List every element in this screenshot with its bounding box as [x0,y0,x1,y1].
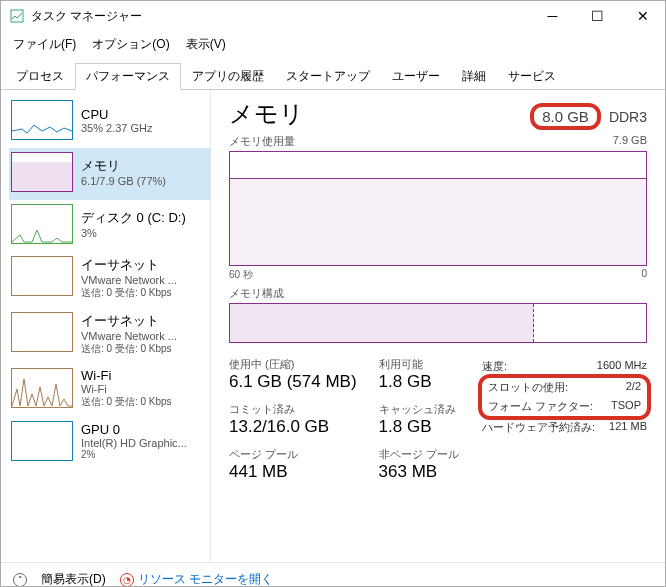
sidebar-item-label: イーサネット [81,256,177,274]
menu-options[interactable]: オプション(O) [84,33,177,56]
memory-total-highlight: 8.0 GB [530,103,601,130]
sidebar-item-sub2: 送信: 0 受信: 0 Kbps [81,395,172,409]
sidebar-item-sub: 3% [81,227,186,239]
sidebar-item-memory[interactable]: メモリ6.1/7.9 GB (77%) [9,148,210,200]
sidebar-item-ethernet-1[interactable]: イーサネットVMware Network ...送信: 0 受信: 0 Kbps [9,252,210,308]
net-thumb-icon [11,256,73,296]
axis-right: 0 [641,268,647,282]
stat-label: 使用中 (圧縮) [229,357,357,372]
memory-usage-graph[interactable] [229,151,647,266]
stat-value: 1600 MHz [597,359,647,374]
page-title: メモリ [229,98,304,130]
taskmgr-icon [9,8,25,24]
sidebar-item-wifi[interactable]: Wi-FiWi-Fi送信: 0 受信: 0 Kbps [9,364,210,417]
sidebar-item-label: GPU 0 [81,422,187,437]
stat-value: 13.2/16.0 GB [229,417,357,437]
stat-label: 利用可能 [379,357,459,372]
stat-value: 1.8 GB [379,417,459,437]
net-thumb-icon [11,312,73,352]
stat-value: TSOP [611,399,641,414]
menu-view[interactable]: 表示(V) [178,33,234,56]
tab-details[interactable]: 詳細 [451,63,497,90]
stat-value: 2/2 [626,380,641,395]
tab-users[interactable]: ユーザー [381,63,451,90]
chevron-up-icon[interactable]: ˄ [13,573,27,587]
sidebar-item-sub: VMware Network ... [81,330,177,342]
menubar: ファイル(F) オプション(O) 表示(V) [1,31,665,58]
tabs: プロセス パフォーマンス アプリの履歴 スタートアップ ユーザー 詳細 サービス [1,58,665,90]
gpu-thumb-icon [11,421,73,461]
tab-app-history[interactable]: アプリの履歴 [181,63,275,90]
footer: ˄ 簡易表示(D) ◔ リソース モニターを開く [1,562,665,587]
sidebar-item-label: ディスク 0 (C: D:) [81,209,186,227]
stat-label: キャッシュ済み [379,402,459,417]
stat-label: コミット済み [229,402,357,417]
memory-composition-graph[interactable] [229,303,647,343]
stat-value: 121 MB [609,420,647,435]
sidebar-item-sub: Wi-Fi [81,383,172,395]
sidebar-item-cpu[interactable]: CPU35% 2.37 GHz [9,96,210,148]
tab-processes[interactable]: プロセス [5,63,75,90]
sidebar-item-sub: 6.1/7.9 GB (77%) [81,175,166,187]
stat-value: 1.8 GB [379,372,459,392]
simple-view-button[interactable]: 簡易表示(D) [41,571,106,587]
sidebar-item-label: イーサネット [81,312,177,330]
sidebar-item-sub: Intel(R) HD Graphic... [81,437,187,449]
maximize-button[interactable]: ☐ [575,1,620,31]
composition-label: メモリ構成 [229,286,284,301]
wifi-thumb-icon [11,368,73,408]
window-title: タスク マネージャー [31,8,530,25]
sidebar-item-sub2: 2% [81,449,187,460]
stat-label: フォーム ファクター: [488,399,593,414]
sidebar-item-sub: 35% 2.37 GHz [81,122,153,134]
sidebar-item-disk[interactable]: ディスク 0 (C: D:)3% [9,200,210,252]
sidebar-item-ethernet-2[interactable]: イーサネットVMware Network ...送信: 0 受信: 0 Kbps [9,308,210,364]
sidebar-item-label: CPU [81,107,153,122]
sidebar-item-label: メモリ [81,157,166,175]
resmon-label: リソース モニターを開く [138,571,273,587]
tab-performance[interactable]: パフォーマンス [75,63,181,90]
tab-startup[interactable]: スタートアップ [275,63,381,90]
memory-thumb-icon [11,152,73,192]
sidebar-item-sub: VMware Network ... [81,274,177,286]
stat-value: 6.1 GB (574 MB) [229,372,357,392]
titlebar: タスク マネージャー ─ ☐ ✕ [1,1,665,31]
usage-graph-label: メモリ使用量 [229,134,295,149]
stat-label: 非ページ プール [379,447,459,462]
usage-graph-max: 7.9 GB [613,134,647,149]
slots-highlight: スロットの使用:2/2 フォーム ファクター:TSOP [478,374,651,420]
tab-services[interactable]: サービス [497,63,567,90]
sidebar-item-sub2: 送信: 0 受信: 0 Kbps [81,286,177,300]
axis-left: 60 秒 [229,268,253,282]
menu-file[interactable]: ファイル(F) [5,33,84,56]
stat-value: 363 MB [379,462,459,482]
main-panel: メモリ 8.0 GB DDR3 メモリ使用量7.9 GB 60 秒0 メモリ構成… [211,90,665,562]
sidebar: CPU35% 2.37 GHz メモリ6.1/7.9 GB (77%) ディスク… [1,90,211,562]
memory-type: DDR3 [609,109,647,125]
sidebar-item-gpu[interactable]: GPU 0Intel(R) HD Graphic...2% [9,417,210,469]
close-button[interactable]: ✕ [620,1,665,31]
sidebar-item-label: Wi-Fi [81,368,172,383]
stat-value: 441 MB [229,462,357,482]
svg-rect-0 [11,10,23,22]
stat-label: スロットの使用: [488,380,568,395]
cpu-thumb-icon [11,100,73,140]
minimize-button[interactable]: ─ [530,1,575,31]
resource-monitor-link[interactable]: ◔ リソース モニターを開く [120,571,273,587]
resmon-icon: ◔ [120,573,134,587]
sidebar-item-sub2: 送信: 0 受信: 0 Kbps [81,342,177,356]
disk-thumb-icon [11,204,73,244]
stat-label: 速度: [482,359,507,374]
stat-label: ハードウェア予約済み: [482,420,595,435]
stat-label: ページ プール [229,447,357,462]
